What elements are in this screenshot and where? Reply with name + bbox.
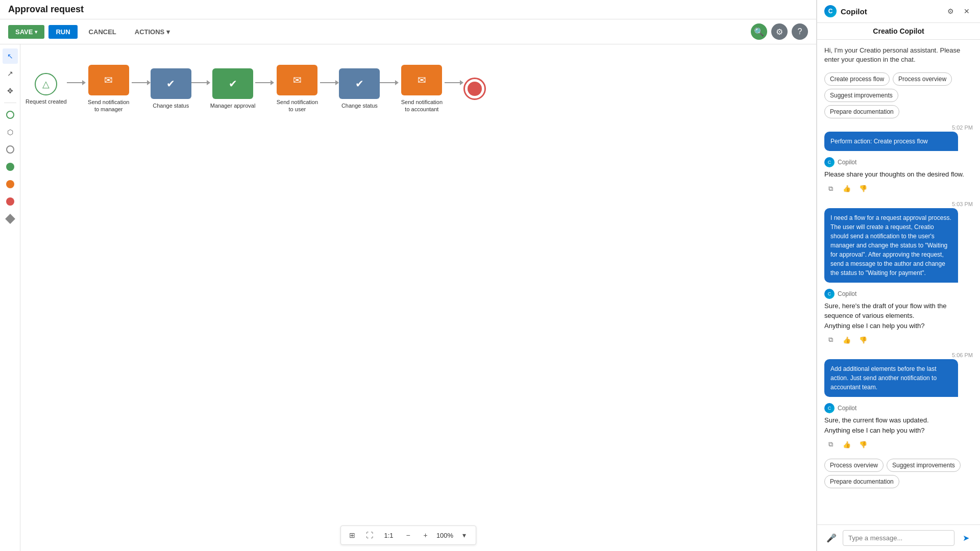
chip-prepare-documentation[interactable]: Prepare documentation	[824, 105, 899, 118]
node-label-3: Manager approval	[210, 102, 256, 109]
node-label-1: Send notification to manager	[86, 98, 132, 113]
copilot-close-icon[interactable]: ✕	[961, 5, 973, 17]
copilot-settings-icon[interactable]: ⚙	[944, 5, 957, 17]
thumbs-up-btn-1[interactable]: 👍	[841, 183, 853, 195]
arrow-1	[67, 80, 86, 85]
connect-tool[interactable]: ↗	[3, 66, 18, 81]
node-box-3: ✔	[212, 68, 253, 99]
bot-name-1: Copilot	[838, 159, 856, 166]
flow-node-5[interactable]: ✔ Change status	[339, 68, 380, 109]
bot-actions-1: ⧉ 👍 👎	[824, 183, 973, 195]
tool-divider-1	[4, 103, 16, 103]
start-label: Request created	[26, 98, 67, 105]
flow-node-start[interactable]: △ Request created	[26, 73, 67, 105]
diamond-tool[interactable]	[3, 211, 18, 227]
flow-node-4[interactable]: ✉ Send notification to user	[274, 65, 320, 113]
node-box-5: ✔	[339, 68, 380, 99]
bot-msg-1: C Copilot Please share your thoughts on …	[824, 157, 973, 195]
copy-btn-2[interactable]: ⧉	[824, 334, 837, 346]
copilot-input-area: 🎤 ➤	[817, 524, 980, 551]
grid-view-button[interactable]: ⊞	[345, 528, 359, 542]
arrow-3	[191, 80, 210, 85]
circle-outline-tool[interactable]	[3, 107, 18, 122]
select-tool[interactable]: ↖	[3, 48, 18, 64]
bot-header-2: C Copilot	[824, 289, 973, 299]
search-icon-button[interactable]: 🔍	[751, 23, 767, 40]
microphone-button[interactable]: 🎤	[824, 531, 839, 545]
chip-final-prepare-documentation[interactable]: Prepare documentation	[824, 475, 899, 488]
zoom-out-button[interactable]: −	[401, 528, 415, 542]
circle-outline-tool2[interactable]	[3, 142, 18, 157]
fit-view-button[interactable]: ⛶	[362, 528, 377, 542]
flow-node-3[interactable]: ✔ Manager approval	[210, 68, 256, 109]
circle-red-tool[interactable]	[3, 194, 18, 209]
bot-avatar-2: C	[824, 289, 835, 299]
settings-icon-button[interactable]: ⚙	[771, 23, 788, 40]
node-box-2: ✔	[151, 68, 191, 99]
user-msg-3: Add additional elements before the last …	[824, 359, 958, 397]
thumbs-up-btn-2[interactable]: 👍	[841, 334, 853, 346]
tools-sidebar: ↖ ↗ ✥ ⬡	[0, 44, 20, 551]
copilot-panel: C Copilot ⚙ ✕ Creatio Copilot Hi, I'm yo…	[817, 0, 980, 551]
flow-node-end[interactable]	[463, 78, 486, 100]
chip-suggest-improvements[interactable]: Suggest improvements	[824, 89, 898, 102]
circle-orange-tool[interactable]	[3, 177, 18, 192]
zoom-in-button[interactable]: +	[419, 528, 433, 542]
start-circle: △	[35, 73, 57, 95]
node-label-6: Send notification to accountant	[399, 98, 445, 113]
page-title: Approval request	[8, 4, 84, 15]
chip-final-process-overview[interactable]: Process overview	[824, 459, 884, 472]
run-button[interactable]: RUN	[48, 25, 77, 39]
copilot-subtitle: Creatio Copilot	[817, 23, 980, 40]
chip-process-overview[interactable]: Process overview	[893, 72, 952, 86]
copy-btn-1[interactable]: ⧉	[824, 183, 837, 195]
thumbs-down-btn-2[interactable]: 👎	[857, 334, 869, 346]
bot-text-3: Sure, the current flow was updated.Anyth…	[824, 415, 973, 435]
help-icon-button[interactable]: ?	[792, 23, 808, 40]
thumbs-up-btn-3[interactable]: 👍	[841, 438, 853, 450]
user-msg-3-container: 5:06 PM Add additional elements before t…	[824, 352, 973, 397]
move-tool[interactable]: ✥	[3, 83, 18, 98]
zoom-ratio: 1:1	[380, 532, 398, 539]
bot-actions-2: ⧉ 👍 👎	[824, 334, 973, 346]
bot-avatar-1: C	[824, 157, 835, 167]
copilot-chat: Hi, I'm your Creatio personal assistant.…	[817, 40, 980, 524]
save-dropdown-icon: ▾	[35, 29, 37, 35]
zoom-dropdown-icon: ▾	[457, 528, 472, 542]
node-label-4: Send notification to user	[274, 98, 320, 113]
node-box-4: ✉	[277, 65, 317, 95]
bottom-toolbar: ⊞ ⛶ 1:1 − + 100% ▾	[340, 525, 476, 545]
toolbar: SAVE ▾ RUN CANCEL ACTIONS ▾ 🔍 ⚙ ?	[0, 19, 816, 44]
flow-node-1[interactable]: ✉ Send notification to manager	[86, 65, 132, 113]
bot-header-1: C Copilot	[824, 157, 973, 167]
flow-node-6[interactable]: ✉ Send notification to accountant	[399, 65, 445, 113]
nodes-tool[interactable]: ⬡	[3, 124, 18, 140]
bot-avatar-3: C	[824, 403, 835, 413]
bot-msg-2: C Copilot Sure, here's the draft of your…	[824, 289, 973, 346]
thumbs-down-btn-1[interactable]: 👎	[857, 183, 869, 195]
flow-node-2[interactable]: ✔ Change status	[151, 68, 191, 109]
bot-name-3: Copilot	[838, 405, 856, 412]
copy-btn-3[interactable]: ⧉	[824, 438, 837, 450]
bot-name-2: Copilot	[838, 290, 856, 297]
chat-input[interactable]	[843, 530, 954, 546]
actions-label: ACTIONS	[135, 28, 165, 36]
user-msg-1: Perform action: Create process flow	[824, 132, 958, 151]
bot-msg-3: C Copilot Sure, the current flow was upd…	[824, 403, 973, 450]
canvas-area: ↖ ↗ ✥ ⬡	[0, 44, 816, 551]
zoom-level: 100%	[436, 532, 454, 539]
send-button[interactable]: ➤	[959, 531, 973, 545]
user-msg-2: I need a flow for a request approval pro…	[824, 208, 958, 283]
bot-text-1: Please share your thoughts on the desire…	[824, 169, 973, 180]
initial-suggestion-chips: Create process flow Process overview Sug…	[824, 72, 973, 118]
node-box-1: ✉	[88, 65, 129, 95]
circle-green-fill-tool[interactable]	[3, 159, 18, 174]
cancel-button[interactable]: CANCEL	[82, 25, 124, 39]
chip-final-suggest-improvements[interactable]: Suggest improvements	[887, 459, 961, 472]
actions-button[interactable]: ACTIONS ▾	[128, 25, 178, 39]
bot-actions-3: ⧉ 👍 👎	[824, 438, 973, 450]
node-label-2: Change status	[153, 102, 189, 109]
thumbs-down-btn-3[interactable]: 👎	[857, 438, 869, 450]
chip-create-process-flow[interactable]: Create process flow	[824, 72, 890, 86]
save-button[interactable]: SAVE ▾	[8, 25, 44, 39]
